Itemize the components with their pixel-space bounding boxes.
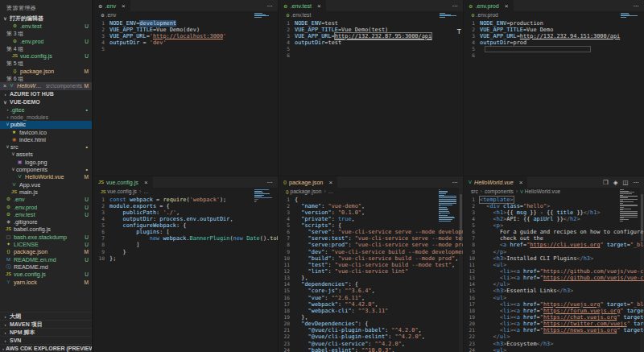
scrollbar-handle[interactable]: [460, 194, 462, 241]
file-tree-item[interactable]: Yyarn.lockM: [0, 279, 92, 286]
code-line[interactable]: 4 "private": true,: [279, 216, 463, 222]
preview-icon[interactable]: ◈: [613, 179, 618, 186]
code-line[interactable]: 5: [93, 46, 278, 52]
code-line[interactable]: 4outputDir=test: [279, 39, 463, 46]
breadcrumb-item[interactable]: JS vue.config.js: [101, 188, 137, 194]
open-editor-item[interactable]: {}package.jsonM: [0, 68, 92, 75]
scrollbar[interactable]: [640, 188, 644, 352]
breadcrumb-item[interactable]: …: [143, 188, 149, 194]
code-line[interactable]: 10 <h3>Installed CLI Plugins</h3>: [464, 255, 644, 262]
code-line[interactable]: 2module.exports = {: [93, 203, 278, 209]
code-line[interactable]: 15 "core-js": "^3.6.4",: [279, 288, 463, 294]
sidebar-section-header[interactable]: ›AWS CDK EXPLORER (PREVIEW): [0, 344, 92, 352]
open-editor-item[interactable]: ⚙.env.testU: [0, 23, 92, 30]
code-line[interactable]: 24 "babel-eslint": "^10.0.3",: [279, 347, 463, 352]
breadcrumb-item[interactable]: ⚙ .env: [101, 12, 116, 18]
code-line[interactable]: 3 publicPath: './',: [93, 209, 278, 216]
minimap[interactable]: [439, 189, 456, 222]
code-line[interactable]: 3VUE_APP_URL=http://132.232.94.151:3000/…: [464, 33, 644, 39]
file-tree-item[interactable]: JSmain.js: [0, 188, 92, 196]
code-line[interactable]: 8 "serve:prod": "vue-cli-service serve -…: [279, 242, 463, 248]
code-line[interactable]: 10 "build": "vue-cli-service build --mod…: [279, 255, 463, 262]
file-tree-item[interactable]: ⓘREADME.md: [0, 263, 92, 271]
code-line[interactable]: 15 <h3>Essential Links</h3>: [464, 288, 644, 294]
code-line[interactable]: 5 configureWebpack: {: [93, 222, 278, 229]
code-editor[interactable]: 1{2 "name": "vue-demo",3 "version": "0.1…: [279, 195, 463, 352]
close-icon[interactable]: ×: [2, 82, 8, 89]
code-line[interactable]: 11 "test": "vue-cli-service build --mode…: [279, 262, 463, 268]
code-editor[interactable]: 1NODE_ENV=test2VUE_APP_TITLE=Vue Demo(te…: [279, 19, 463, 176]
code-line[interactable]: 10};: [93, 255, 278, 262]
file-tree-item[interactable]: ∨public: [0, 121, 92, 128]
file-tree-item[interactable]: ∨assets: [0, 151, 92, 158]
minimap[interactable]: [254, 189, 272, 203]
code-line[interactable]: 6: [279, 52, 463, 59]
minimap[interactable]: [440, 13, 457, 21]
file-tree-item[interactable]: ⚙.env.prodU: [0, 204, 92, 211]
file-tree-item[interactable]: ∨src•: [0, 143, 92, 151]
code-line[interactable]: 6: [464, 52, 644, 59]
code-line[interactable]: 14 "dependencies": {: [279, 281, 463, 288]
code-line[interactable]: 5: [279, 46, 463, 52]
code-line[interactable]: 6 "serve": "vue-cli-service serve --mode…: [279, 229, 463, 235]
code-line[interactable]: 3VUE_APP_URL='http://localhost:3000': [93, 33, 278, 39]
code-line[interactable]: 22 </ul>: [464, 333, 644, 340]
breadcrumb-item[interactable]: …: [328, 188, 334, 194]
code-line[interactable]: 5 <p>: [464, 222, 644, 229]
code-line[interactable]: 2 "name": "vue-demo",: [279, 203, 463, 209]
code-line[interactable]: 1{: [279, 197, 463, 203]
close-icon[interactable]: ×: [122, 2, 126, 10]
code-line[interactable]: 5: [464, 46, 644, 52]
file-tree-item[interactable]: ⚙.env.testU: [0, 211, 92, 218]
code-line[interactable]: 16 "vue": "^2.6.11",: [279, 295, 463, 301]
more-icon[interactable]: ⋯: [634, 2, 640, 10]
breadcrumb-item[interactable]: ⚙ .env.prod: [471, 12, 498, 18]
code-line[interactable]: 23 "@vue/cli-service": "^4.2.0",: [279, 341, 463, 347]
sidebar-section-header[interactable]: ›NPM 脚本: [0, 328, 92, 336]
open-editor-item[interactable]: ×VHelloWorld.vuesrc\componentsM: [0, 82, 92, 89]
scrollbar-handle[interactable]: [641, 194, 643, 241]
editor-tab[interactable]: ⚙.env.test×: [279, 0, 326, 11]
code-line[interactable]: 23 <h3>Ecosystem</h3>: [464, 341, 644, 347]
file-tree-item[interactable]: ›.gitee•: [0, 106, 92, 114]
code-line[interactable]: 17 "webpack": "^4.42.0",: [279, 301, 463, 308]
editor-tab[interactable]: JSvue.config.js×: [93, 176, 153, 188]
file-tree-item[interactable]: ⚙.envU: [0, 196, 92, 203]
sidebar-section-header[interactable]: ›大纲: [0, 312, 92, 320]
more-icon[interactable]: ⋯: [267, 2, 274, 10]
code-line[interactable]: 4outputDir=prod: [464, 39, 644, 46]
close-icon[interactable]: ×: [328, 179, 332, 186]
editor-tab[interactable]: {}package.json×: [279, 176, 337, 188]
code-line[interactable]: 1NODE_ENV=development: [93, 20, 278, 27]
code-line[interactable]: 4outputDir = 'dev': [93, 39, 278, 46]
breadcrumb-item[interactable]: src: [471, 188, 478, 194]
code-line[interactable]: 1NODE_ENV=test: [279, 20, 463, 27]
more-icon[interactable]: ⋯: [452, 179, 459, 186]
code-line[interactable]: 2VUE_APP_TITLE=Vue Demo(test): [279, 27, 463, 33]
code-line[interactable]: 6 For a guide and recipes on how to conf…: [464, 229, 644, 235]
editor-tab[interactable]: VHelloWorld.vue×: [464, 176, 527, 188]
code-line[interactable]: 2 <div class="hello">: [464, 203, 644, 209]
code-line[interactable]: 1const webpack = require('webpack');: [93, 197, 278, 203]
file-tree-item[interactable]: ∨components•: [0, 166, 92, 173]
code-line[interactable]: 13 <li><a href="https://github.com/vuejs…: [464, 275, 644, 281]
file-tree-item[interactable]: ★favicon.ico: [0, 129, 92, 136]
minimap[interactable]: [621, 13, 638, 21]
file-tree-item[interactable]: JSbabel.config.js: [0, 226, 92, 233]
more-icon[interactable]: ⋯: [452, 2, 459, 10]
more-icon[interactable]: ⋯: [634, 179, 640, 186]
minimap[interactable]: [254, 13, 272, 19]
breadcrumb-item[interactable]: {} package.json: [286, 188, 321, 194]
code-line[interactable]: 9 "dev": "vue-cli-service build --mode d…: [279, 249, 463, 255]
code-editor[interactable]: 1<template>2 <div class="hello">3 <h1>{{…: [464, 195, 644, 352]
file-tree-item[interactable]: ▢bash.exe.stackdumpU: [0, 234, 92, 241]
sidebar-section-header[interactable]: ›AZURE IOT HUB: [0, 90, 92, 98]
code-line[interactable]: 16 <ul>: [464, 295, 644, 301]
file-tree-item[interactable]: ▣logo.png: [0, 159, 92, 166]
close-icon[interactable]: ×: [144, 179, 148, 186]
more-icon[interactable]: ⋯: [267, 179, 274, 186]
file-tree-item[interactable]: ›node_modules: [0, 114, 92, 121]
code-editor[interactable]: 1NODE_ENV=development2VUE_APP_TITLE=Vue …: [93, 19, 278, 176]
code-line[interactable]: 12 <li><a href="https://github.com/vuejs…: [464, 268, 644, 275]
open-editor-item[interactable]: JSvue.config.jsU: [0, 52, 92, 60]
